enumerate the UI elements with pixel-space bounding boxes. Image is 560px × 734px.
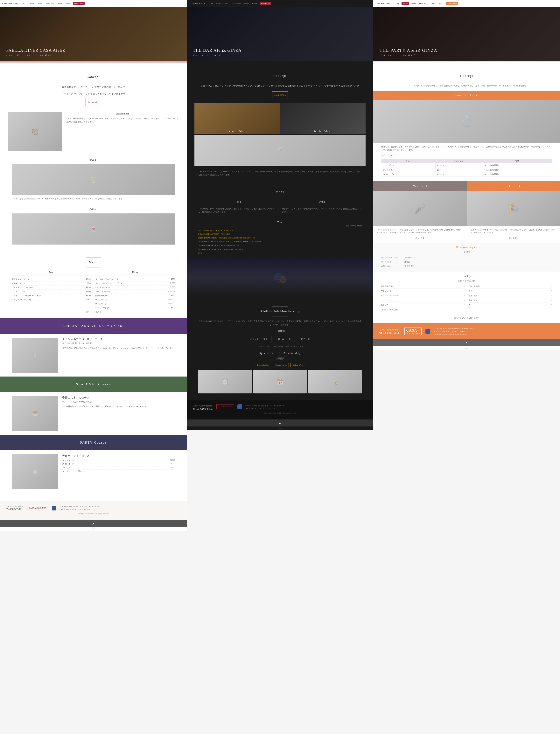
hero-3: THE PARTY AfeliZ GINZA ザ パーティー アフェリス ギンザ (373, 7, 560, 61)
food-desc-1: Spanish Food スペイン料理の中でも特に人気の高いタパスから、本格パエ… (66, 112, 179, 151)
nav-reservation-3[interactable]: Reservation (446, 2, 458, 5)
plan-gold[interactable]: ゴールド会員 (274, 336, 295, 342)
anniversary-price: ¥8,000～（税別・サービス料別） (62, 342, 175, 345)
bottom-note-1: menu (0, 527, 187, 531)
footer-flex-1: ご予約・お問い合わせ 03-6380-8339 CASA AfeliZ GINZ… (6, 505, 181, 511)
nav-floormap-1[interactable]: Floor Map (45, 2, 55, 5)
nav-menu-1[interactable]: Menu (37, 2, 43, 5)
nav-about-1[interactable]: About (28, 2, 35, 5)
bar-wine-section: Wine 税別・サービス料別 NV CHATEAU CALISE ROSÉ / … (187, 218, 373, 258)
bar-copyright: Copyright © Casa AfeliZ All Rights Reser… (193, 410, 367, 415)
nav-reservation-1[interactable]: Reservation (73, 2, 85, 5)
drink-text-1: スペインをはじめ世界各国のワイン、地中海の風を感じるカクテルなど、料理に合わせた… (12, 197, 175, 200)
contact-phone-number-3: 03-6380-8339 (383, 331, 401, 334)
nav-rental-2[interactable]: Rental (251, 2, 258, 5)
drink-col-1: Drink ザ・プレミアムモルツ（生）¥750 スパークリングワイン（グラス）¥… (95, 271, 175, 310)
footer-label-1: ご予約・お問い合わせ (6, 505, 23, 508)
facility-title: Facility (381, 275, 552, 278)
other-event-banner: Other Event (467, 181, 560, 191)
footer-address-1: 〒104-0061 東京都中央区銀座7-8-7 TH銀座ビルB2F (60, 505, 100, 508)
nav-rental-1[interactable]: Rental (64, 2, 72, 5)
seasonal-banner: SEASONAL Course (0, 376, 187, 392)
facility-grid: 収容人数(立席)○ 収容人数(着席)○ プロジェクター○ マイク○ ピアノ（スタ… (381, 285, 552, 312)
wine-section-1: Wine 🍷 (0, 204, 187, 250)
bar-concept-text: シニアソムリエがセレクトする世界各国ワインや、プロのバーテンダーが腕を振るう本格… (198, 84, 362, 88)
drink-section-1: Drink 🍸 スペインをはじめ世界各国のワイン、地中海の風を感じるカクテルなど… (0, 155, 187, 204)
party-banner: PARTY Course (0, 435, 187, 450)
bar-img-vintage: Vintage Wine (194, 103, 280, 134)
facility-item-1: 収容人数(立席)○ (381, 285, 465, 289)
footer-phone-1: 03-6380-8339 (6, 508, 23, 511)
benefit-img-3: 🍾 (308, 370, 362, 393)
nav-top-3[interactable]: Top (395, 2, 400, 5)
party-footer-logo-text: CASA AfeliZ GINZA (406, 333, 420, 334)
hero-content-3: THE PARTY AfeliZ GINZA ザ パーティー アフェリス ギンザ (380, 48, 437, 57)
benefit-birthday: Birthday Wine (290, 363, 305, 367)
hero-subtitle-1: パエリア ダイナー カサ アフェリス ギンザ (6, 54, 65, 57)
footer-fb-1[interactable]: f (52, 506, 56, 510)
concept-heading-1: Concept (12, 67, 175, 85)
request-subtitle: その他 (381, 250, 552, 253)
drink-item-3: ワイン（グラス）¥1,000 (95, 286, 175, 290)
nav-menu-2[interactable]: Menu (223, 2, 230, 5)
nav-top-2[interactable]: Top (208, 2, 214, 5)
drink-item-6: ボトルワイン¥4,500～ (95, 298, 175, 302)
scroll-top-2[interactable]: ∧ (187, 419, 373, 426)
menu-section-1: Menu Food 場所をマルガリータ¥3,000 前菜盛り合わせ¥900 パタ… (0, 250, 187, 318)
bar-footer-phone: ☎ 03-6380-8339 (193, 407, 213, 410)
drink-title-1: Drink (12, 159, 175, 162)
nav-news-1[interactable]: News (56, 2, 63, 5)
nav-news-3[interactable]: News (430, 2, 437, 5)
food-image-1: 🥘 (8, 112, 62, 151)
wedding-desc-text: 結婚式の二次会から企業パーティーまで幅広くご対応しております。ブッフェスタイルで… (381, 145, 552, 152)
food-col-1: Food 場所をマルガリータ¥3,000 前菜盛り合わせ¥900 パタタスブラバ… (12, 271, 91, 310)
party-footer-fb[interactable]: f (425, 329, 430, 334)
bar-footer-info: 〒104-0061 東京都中央区銀座7-8-7 TH銀座ビルB2F 月～土 18… (245, 404, 285, 410)
music-event-label: Music Event (413, 185, 427, 188)
bar-footer-fb[interactable]: f (237, 404, 242, 409)
scroll-top-3[interactable]: ∧ (373, 340, 560, 347)
nav-rental-3[interactable]: Rental (438, 2, 445, 5)
price-th-seated: 着席 (482, 159, 552, 163)
nav-about-2[interactable]: About (215, 2, 222, 5)
membership-plans: スタンダード会員 ゴールド会員 法人会員 (198, 336, 362, 342)
music-more-btn[interactable]: 詳しく見る (377, 236, 463, 240)
bar-food-text: コース料理・タパス料理 各種ご用意しております。お気軽にご相談ください。フードメ… (198, 207, 278, 214)
nav-floormap-2[interactable]: Floor Map (231, 2, 242, 5)
facility-item-10: WiFi○ (469, 303, 552, 307)
wedding-img: 💍 (373, 100, 560, 143)
nav-news-2[interactable]: News (243, 2, 250, 5)
party-footer-address: 〒104-0061 東京都中央区銀座7-8-7 TH銀座ビルB2F (434, 327, 554, 330)
nav-floormap-3[interactable]: Floor Map (418, 2, 429, 5)
hero-bg-3: THE PARTY AfeliZ GINZA ザ パーティー アフェリス ギンザ (373, 7, 560, 61)
bar-address: 〒104-0061 東京都中央区銀座7-8-7 TH銀座ビルB2F (245, 404, 285, 407)
plan-standard[interactable]: スタンダード会員 (246, 336, 271, 342)
footer-info-1: 〒104-0061 東京都中央区銀座7-8-7 TH銀座ビルB2F 月～土 18… (60, 505, 100, 511)
facility-item-3: プロジェクター○ (381, 289, 465, 293)
scroll-top-1[interactable]: ∧ (0, 520, 187, 527)
bar-wine-note: 税別・サービス料別 (198, 225, 362, 227)
menu-heading-1: Menu (12, 252, 175, 271)
facility-item-4: マイク○ (469, 289, 552, 293)
nav-about-3[interactable]: About (402, 2, 409, 5)
hero-subtitle-2: ザ バー アフェリス ギンザ (193, 54, 241, 57)
hero-title-1: PAELLA DINER CASA AfeliZ (6, 48, 65, 53)
request-row-2: ケータリング 応相談 (381, 260, 552, 264)
other-desc-col: 企業パーティーや各種イベントなど、あらゆるシーンに対応いたします。ご要望に応じた… (467, 226, 560, 243)
plan-corporate[interactable]: 法人会員 (297, 336, 314, 342)
nav-menu-3[interactable]: Menu (410, 2, 417, 5)
drink-image-1: 🍸 (12, 164, 175, 195)
party-footer-copyright: Copyright © Casa AfeliZ All Rights Reser… (434, 333, 554, 336)
nav-top-1[interactable]: Top (22, 2, 27, 5)
concept-logo-text-1: CASA AfeliZ (88, 101, 99, 103)
hero-2: THE BAR AfeliZ GINZA ザ バー アフェリス ギンザ (187, 7, 373, 61)
wedding-heading: Wedding Party (385, 94, 548, 97)
price-header: プランについて (381, 154, 552, 157)
other-more-btn[interactable]: 詳しく見る (471, 236, 556, 240)
wine-item-2: DOM. CLOS DE VOUGEOT / POMMARD (198, 232, 362, 236)
anniversary-banner-text: SPECIAL ANNIVERSARY Course (63, 324, 123, 328)
benefit-img-2: 📅 (253, 370, 307, 393)
facility-more-btn[interactable]: 詳しくはこちらをご覧ください (451, 316, 482, 320)
bottom-note-2: menu (187, 426, 373, 430)
nav-reservation-2[interactable]: Reservation (260, 2, 271, 5)
